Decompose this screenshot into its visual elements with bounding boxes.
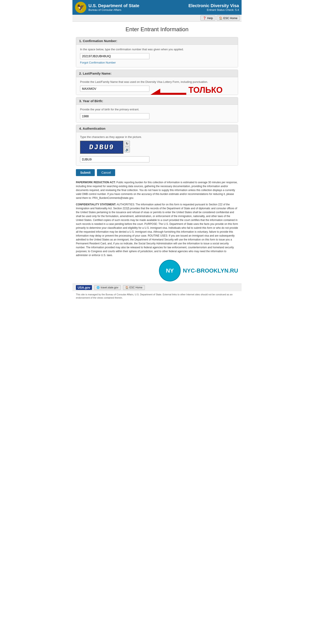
- cancel-button[interactable]: Cancel: [97, 169, 115, 176]
- authentication-section: 4. Authentication Type the characters as…: [76, 125, 238, 166]
- audio-icon: 🔊: [125, 148, 129, 151]
- help-label: Help: [207, 16, 213, 20]
- birthyear-desc: Provide the year of birth for the primar…: [80, 108, 234, 111]
- forgot-confirmation-link[interactable]: Forgot Confirmation Number: [80, 61, 116, 64]
- header-title: U.S. Department of State Bureau of Consu…: [88, 3, 139, 12]
- edv-title: Electronic Diversity Visa: [188, 3, 239, 8]
- home-icon: 🏠: [219, 16, 222, 20]
- page-title: Enter Entrant Information: [72, 26, 242, 33]
- arrow-body: [160, 93, 186, 95]
- confirmation-number-input[interactable]: [80, 53, 150, 59]
- confirmation-desc: In the space below, type the confirmatio…: [80, 48, 234, 51]
- lastname-section-body: Provide the Last/Family Name that was us…: [76, 77, 238, 95]
- globe-icon: 🌐: [96, 286, 100, 289]
- paperwork-paragraph: PAPERWORK REDUCTION ACT: Public reportin…: [76, 180, 238, 200]
- esc-home-label: ESC Home: [223, 16, 238, 20]
- footer-esc-home-link[interactable]: 🏠 ESC Home: [123, 285, 145, 290]
- lastname-desc: Provide the Last/Family Name that was us…: [80, 80, 234, 84]
- state-dept-seal: 🦅: [75, 2, 86, 13]
- authentication-desc: Type the characters as they appear in th…: [80, 135, 234, 138]
- ny-text: NY: [166, 267, 174, 274]
- legal-section: PAPERWORK REDUCTION ACT: Public reportin…: [76, 180, 238, 257]
- watermark-container: NY NYC-BROOKLYN.RU: [76, 260, 238, 282]
- footer-esc-home-label: ESC Home: [130, 286, 142, 289]
- confirmation-section-body: In the space below, type the confirmatio…: [76, 45, 238, 67]
- captcha-audio-button[interactable]: 🔊: [124, 147, 130, 152]
- header-right: Electronic Diversity Visa Entrant Status…: [188, 3, 239, 12]
- birthyear-section: 3. Year of Birth: Provide the year of bi…: [76, 97, 238, 122]
- annotation-text: ТОЛЬКОФАМИЛИЮ!!!: [188, 86, 238, 95]
- birthyear-section-body: Provide the year of birth for the primar…: [76, 105, 238, 122]
- captcha-text: DJBU9: [89, 143, 114, 151]
- confidentiality-text: AUTHORITIES: The information asked for o…: [76, 203, 238, 257]
- confidentiality-paragraph: CONFIDENTIALITY STATEMENT: AUTHORITIES: …: [76, 202, 238, 257]
- action-buttons: Submit Cancel: [76, 169, 238, 176]
- nav-bar: ❓ Help 🏠 ESC Home: [72, 15, 242, 22]
- footer-links: USA.gov 🌐 travel.state.gov 🏠 ESC Home: [72, 284, 242, 291]
- header-left: 🦅 U.S. Department of State Bureau of Con…: [75, 2, 139, 13]
- confirmation-section: 1. Confirmation Number: In the space bel…: [76, 37, 238, 68]
- captcha-refresh-button[interactable]: ↻: [124, 141, 130, 146]
- nyc-badge: NY: [159, 260, 181, 282]
- birthyear-input[interactable]: [80, 113, 150, 119]
- footer-bottom: This site is managed by the Bureau of Co…: [72, 291, 242, 302]
- page-title-container: Enter Entrant Information: [72, 22, 242, 35]
- travel-state-gov-link[interactable]: 🌐 travel.state.gov: [94, 285, 120, 290]
- footer-home-icon: 🏠: [125, 286, 128, 289]
- refresh-icon: ↻: [126, 142, 128, 145]
- submit-button[interactable]: Submit: [76, 169, 95, 176]
- help-icon: ❓: [203, 16, 206, 20]
- captcha-controls: ↻ 🔊: [124, 141, 130, 152]
- paperwork-title: PAPERWORK REDUCTION ACT:: [76, 181, 116, 184]
- birthyear-section-header: 3. Year of Birth:: [76, 97, 238, 105]
- authentication-section-body: Type the characters as they appear in th…: [76, 132, 238, 166]
- captcha-image: DJBU9: [80, 141, 124, 154]
- bureau-name: Bureau of Consular Affairs: [88, 8, 139, 12]
- esc-home-button[interactable]: 🏠 ESC Home: [217, 16, 240, 20]
- lastname-section-header: 2. Last/Family Name:: [76, 70, 238, 77]
- annotation-container: ТОЛЬКОФАМИЛИЮ!!!: [150, 86, 238, 95]
- lastname-section: 2. Last/Family Name: Provide the Last/Fa…: [76, 70, 238, 95]
- confirmation-section-header: 1. Confirmation Number:: [76, 37, 238, 45]
- footer-bottom-text: This site is managed by the Bureau of Co…: [76, 293, 233, 299]
- nyc-site-text: NYC-BROOKLYN.RU: [183, 267, 238, 274]
- captcha-input[interactable]: [80, 156, 150, 162]
- help-button[interactable]: ❓ Help: [200, 16, 215, 20]
- dept-name: U.S. Department of State: [88, 3, 139, 8]
- arrow-head: [150, 89, 160, 95]
- captcha-row: DJBU9 ↻ 🔊: [80, 141, 234, 154]
- lastname-container: ТОЛЬКОФАМИЛИЮ!!!: [80, 86, 234, 92]
- usa-gov-logo: USA.gov: [76, 285, 92, 290]
- authentication-section-header: 4. Authentication: [76, 125, 238, 132]
- lastname-input[interactable]: [80, 86, 150, 92]
- entrant-status: Entrant Status Check: 5.4: [188, 8, 239, 12]
- confidentiality-title: CONFIDENTIALITY STATEMENT:: [76, 203, 116, 206]
- site-header: 🦅 U.S. Department of State Bureau of Con…: [72, 0, 242, 15]
- travel-link-label: travel.state.gov: [100, 286, 118, 289]
